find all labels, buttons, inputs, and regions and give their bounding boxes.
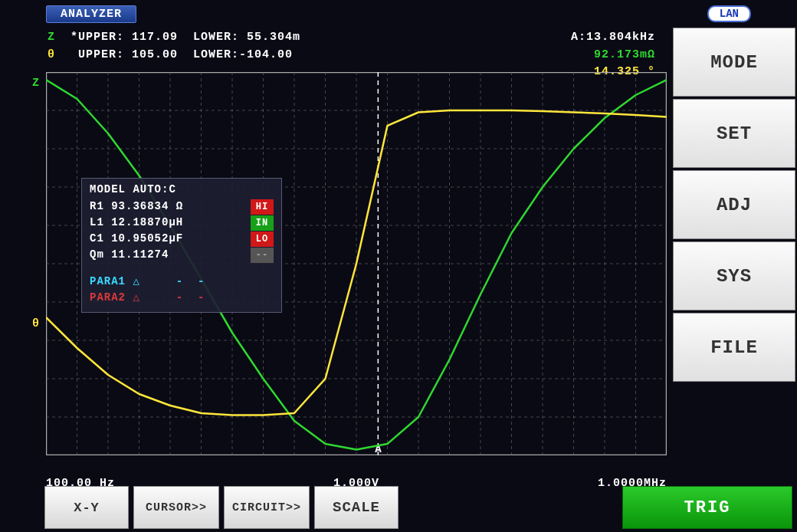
model-title: MODEL AUTO:C [90,183,274,195]
cursor-button[interactable]: CURSOR>> [133,486,219,529]
para2: PARA2 △ - - [90,290,274,306]
model-value: L1 12.18870µH [90,215,183,231]
status-lo: LO [251,232,274,247]
circuit-button[interactable]: CIRCUIT>> [224,486,310,529]
scale-button[interactable]: SCALE [314,486,398,529]
y-axis-z-label: Z [32,77,39,90]
model-value: R1 93.36834 Ω [90,199,183,215]
file-softkey[interactable]: FILE [673,313,795,382]
model-value: C1 10.95052µF [90,231,183,247]
theta-axis-name: θ [48,48,55,61]
params-header: Z *UPPER: 117.09 LOWER: 55.304m θ UPPER:… [48,29,300,64]
model-row-l1: L1 12.18870µHIN [90,215,274,231]
model-row-r1: R1 93.36834 ΩHI [90,199,274,215]
status-dash: -- [251,248,274,263]
xy-button[interactable]: X-Y [44,486,129,529]
set-softkey[interactable]: SET [673,99,795,168]
mode-softkey[interactable]: MODE [673,28,795,97]
cursor-a-freq: A:13.804kHz [571,29,655,47]
model-panel: MODEL AUTO:C R1 93.36834 ΩHIL1 12.18870µ… [81,178,282,313]
app-title: ANALYZER [46,5,136,23]
model-row-qm: Qm 11.11274-- [90,247,274,263]
chart[interactable]: Z θ A 100.00 Hz 1.000V 1.0000MHz MODEL A… [46,72,667,455]
status-hi: HI [251,199,274,215]
sys-softkey[interactable]: SYS [673,241,795,310]
adj-softkey[interactable]: ADJ [673,170,795,239]
trig-button[interactable]: TRIG [622,486,792,529]
para1: PARA1 △ - - [90,274,274,290]
conn-badge: LAN [707,5,751,22]
z-axis-name: Z [48,31,55,44]
status-in: IN [251,215,274,231]
y-axis-theta-label: θ [32,317,39,330]
model-value: Qm 11.11274 [90,247,169,263]
cursor-a-z: 92.173mΩ [571,47,655,64]
model-row-c1: C1 10.95052µFLO [90,231,274,247]
